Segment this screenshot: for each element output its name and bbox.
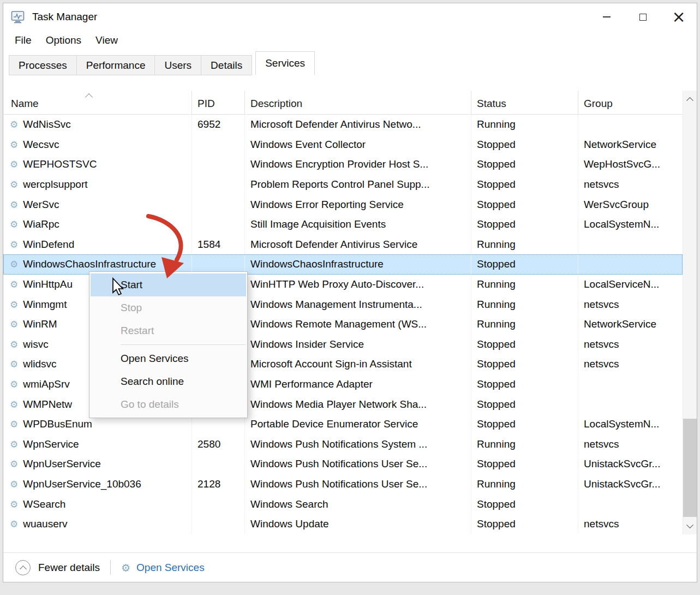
column-header-group[interactable]: Group <box>578 91 683 114</box>
service-row-wpnuserservice-10b036[interactable]: ⚙WpnUserService_10b0362128Windows Push N… <box>3 474 683 495</box>
service-row-wsearch[interactable]: ⚙WSearchWindows SearchStopped <box>3 494 683 514</box>
service-name-cell: ⚙wuauserv <box>3 514 192 534</box>
service-gear-icon: ⚙ <box>10 299 18 310</box>
service-row-wuauserv[interactable]: ⚙wuauservWindows UpdateStoppednetsvcs <box>3 514 683 534</box>
menu-options[interactable]: Options <box>39 34 88 46</box>
service-description: Windows Media Player Network Sha... <box>245 394 471 414</box>
service-description: Windows Error Reporting Service <box>245 194 471 215</box>
service-description: Microsoft Account Sign-in Assistant <box>245 354 471 374</box>
service-gear-icon: ⚙ <box>10 259 18 270</box>
service-pid: 2580 <box>192 435 245 455</box>
service-row-wersvc[interactable]: ⚙WerSvcWindows Error Reporting ServiceSt… <box>3 194 683 215</box>
service-gear-icon: ⚙ <box>10 279 18 290</box>
footer-bar: Fewer details ⚙ Open Services <box>3 552 697 582</box>
column-header-description[interactable]: Description <box>245 91 471 114</box>
service-row-wdnissvc[interactable]: ⚙WdNisSvc6952Microsoft Defender Antiviru… <box>3 115 683 135</box>
service-gear-icon: ⚙ <box>10 139 18 150</box>
column-header-pid[interactable]: PID <box>192 91 245 114</box>
fewer-details-button[interactable]: Fewer details <box>15 560 100 575</box>
column-header-status[interactable]: Status <box>471 91 578 114</box>
service-name: WMPNetw <box>23 398 72 410</box>
service-pid <box>192 194 245 215</box>
service-row-wpnuserservice[interactable]: ⚙WpnUserServiceWindows Push Notification… <box>3 454 683 474</box>
service-description: Windows Remote Management (WS... <box>245 314 471 335</box>
service-name-cell: ⚙WEPHOSTSVC <box>3 154 192 175</box>
service-status: Stopped <box>471 154 578 175</box>
service-status: Running <box>471 474 578 495</box>
service-name: wlidsvc <box>23 358 56 370</box>
service-row-windefend[interactable]: ⚙WinDefend1584Microsoft Defender Antivir… <box>3 235 683 255</box>
service-name: wuauserv <box>23 518 67 530</box>
service-description: Windows Management Instrumenta... <box>245 294 471 314</box>
open-services-link[interactable]: ⚙ Open Services <box>121 562 205 574</box>
tab-details[interactable]: Details <box>201 55 252 75</box>
service-description: Portable Device Enumerator Service <box>245 414 471 435</box>
service-gear-icon: ⚙ <box>10 499 18 510</box>
service-name-cell: ⚙Wecsvc <box>3 135 192 155</box>
service-row-wercplsupport[interactable]: ⚙wercplsupportProblem Reports Control Pa… <box>3 175 683 195</box>
scroll-down-button[interactable] <box>683 519 697 533</box>
column-label: Status <box>477 98 506 110</box>
context-menu-item-restart: Restart <box>89 319 247 342</box>
window-controls: × <box>589 3 697 31</box>
service-row-wephostsvc[interactable]: ⚙WEPHOSTSVCWindows Encryption Provider H… <box>3 154 683 175</box>
service-status: Stopped <box>471 135 578 155</box>
service-row-wpnservice[interactable]: ⚙WpnService2580Windows Push Notification… <box>3 435 683 455</box>
service-name: WpnUserService <box>23 458 101 470</box>
maximize-button[interactable] <box>625 3 661 31</box>
service-name: Winmgmt <box>23 299 67 311</box>
column-header-name[interactable]: Name <box>3 91 192 114</box>
close-icon: × <box>672 10 685 23</box>
vertical-scrollbar[interactable] <box>683 91 697 534</box>
service-name: wercplsupport <box>23 178 87 191</box>
screenshot-root: { "window": { "title": "Task Manager" },… <box>0 0 700 595</box>
service-name: WEPHOSTSVC <box>23 158 97 170</box>
service-row-wecsvc[interactable]: ⚙WecsvcWindows Event CollectorStoppedNet… <box>3 135 683 155</box>
service-pid <box>192 514 245 534</box>
service-group <box>578 374 683 395</box>
service-name-cell: ⚙WpnUserService <box>3 454 192 474</box>
tab-users[interactable]: Users <box>154 55 201 75</box>
service-gear-icon: ⚙ <box>10 519 18 529</box>
service-name: WdNisSvc <box>23 118 71 130</box>
menu-view[interactable]: View <box>88 34 125 46</box>
service-group: netsvcs <box>578 435 683 455</box>
menu-file[interactable]: File <box>8 34 39 46</box>
service-status: Running <box>471 294 578 314</box>
column-label: Description <box>250 98 302 110</box>
context-menu-item-open-services[interactable]: Open Services <box>89 347 247 370</box>
tab-services[interactable]: Services <box>255 51 315 75</box>
minimize-button[interactable] <box>589 3 625 31</box>
column-label: Name <box>11 98 39 110</box>
tab-processes[interactable]: Processes <box>9 55 77 75</box>
service-group <box>578 494 683 514</box>
service-description: Windows Push Notifications System ... <box>245 435 471 455</box>
title-bar: Task Manager × <box>3 3 697 31</box>
service-name-cell: ⚙WpnService <box>3 435 192 455</box>
tab-performance[interactable]: Performance <box>76 55 155 75</box>
scroll-up-button[interactable] <box>683 92 697 106</box>
column-label: Group <box>584 98 613 110</box>
service-name: WindowsChaosInfrastructure <box>23 258 156 270</box>
service-row-wiarpc[interactable]: ⚙WiaRpcStill Image Acquisition EventsSto… <box>3 215 683 235</box>
close-button[interactable]: × <box>661 3 697 31</box>
chevron-down-icon <box>686 521 693 528</box>
service-status: Running <box>471 314 578 335</box>
service-name-cell: ⚙WdNisSvc <box>3 115 192 135</box>
service-status: Stopped <box>471 414 578 435</box>
service-group: UnistackSvcGr... <box>578 474 683 495</box>
service-status: Stopped <box>471 194 578 215</box>
service-name: WPDBusEnum <box>23 418 92 430</box>
service-group: WerSvcGroup <box>578 194 683 215</box>
service-pid <box>192 215 245 235</box>
scrollbar-thumb[interactable] <box>683 419 697 517</box>
context-menu-item-search-online[interactable]: Search online <box>89 370 247 393</box>
service-name: WinDefend <box>23 239 74 251</box>
menu-separator <box>121 344 246 345</box>
service-group: UnistackSvcGr... <box>578 454 683 474</box>
context-menu-item-start[interactable]: Start <box>91 273 246 296</box>
service-group: netsvcs <box>578 514 683 534</box>
service-gear-icon: ⚙ <box>10 239 18 250</box>
service-gear-icon: ⚙ <box>10 439 18 450</box>
service-gear-icon: ⚙ <box>10 419 18 430</box>
